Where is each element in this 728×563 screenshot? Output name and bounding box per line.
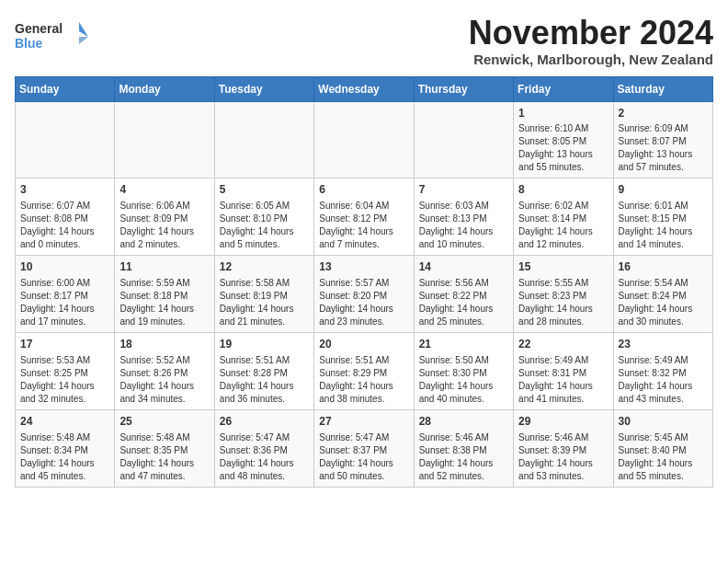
day-info-line: and 5 minutes. xyxy=(220,238,309,251)
day-number: 10 xyxy=(20,259,109,275)
day-info-line: Daylight: 13 hours xyxy=(518,148,608,161)
day-number: 17 xyxy=(20,337,109,352)
day-info-line: Sunset: 8:10 PM xyxy=(220,213,309,225)
day-info-line: Sunset: 8:20 PM xyxy=(319,290,408,303)
day-info-line: Daylight: 14 hours xyxy=(518,457,608,470)
day-info-line: Sunset: 8:18 PM xyxy=(119,290,209,303)
calendar-cell: 23Sunrise: 5:49 AMSunset: 8:32 PMDayligh… xyxy=(613,332,712,409)
day-info-line: Sunrise: 6:03 AM xyxy=(419,200,508,213)
day-info-line: Sunrise: 5:47 AM xyxy=(319,431,408,444)
week-row-4: 17Sunrise: 5:53 AMSunset: 8:25 PMDayligh… xyxy=(16,332,713,409)
day-info-line: Sunset: 8:31 PM xyxy=(518,367,608,380)
day-info-line: and 48 minutes. xyxy=(220,470,309,483)
day-info-line: Daylight: 14 hours xyxy=(619,457,708,470)
day-info-line: Sunrise: 5:51 AM xyxy=(319,354,408,367)
day-info-line: Sunset: 8:25 PM xyxy=(20,367,109,380)
calendar-cell: 26Sunrise: 5:47 AMSunset: 8:36 PMDayligh… xyxy=(214,409,313,487)
day-info-line: and 36 minutes. xyxy=(220,393,309,406)
calendar-cell: 6Sunrise: 6:04 AMSunset: 8:12 PMDaylight… xyxy=(314,178,414,256)
calendar-cell xyxy=(214,101,313,178)
week-row-5: 24Sunrise: 5:48 AMSunset: 8:34 PMDayligh… xyxy=(16,409,713,487)
calendar-cell: 15Sunrise: 5:55 AMSunset: 8:23 PMDayligh… xyxy=(514,256,613,333)
title-block: November 2024 Renwick, Marlborough, New … xyxy=(469,15,713,67)
calendar-cell: 17Sunrise: 5:53 AMSunset: 8:25 PMDayligh… xyxy=(16,332,115,409)
weekday-header-row: SundayMondayTuesdayWednesdayThursdayFrid… xyxy=(16,76,713,101)
week-row-3: 10Sunrise: 6:00 AMSunset: 8:17 PMDayligh… xyxy=(16,256,713,333)
day-number: 22 xyxy=(518,337,608,352)
day-number: 13 xyxy=(319,259,408,275)
day-info-line: Daylight: 14 hours xyxy=(20,380,109,393)
calendar-cell: 13Sunrise: 5:57 AMSunset: 8:20 PMDayligh… xyxy=(314,256,414,333)
day-number: 3 xyxy=(20,182,109,198)
calendar-cell: 24Sunrise: 5:48 AMSunset: 8:34 PMDayligh… xyxy=(16,409,115,487)
day-info-line: Sunrise: 5:53 AM xyxy=(20,354,109,367)
day-info-line: and 47 minutes. xyxy=(119,470,209,483)
day-info-line: Sunrise: 5:56 AM xyxy=(419,277,508,290)
weekday-header-thursday: Thursday xyxy=(414,76,513,101)
day-info-line: Sunset: 8:40 PM xyxy=(619,444,708,457)
day-number: 1 xyxy=(518,106,608,121)
day-info-line: Daylight: 14 hours xyxy=(319,380,408,393)
day-info-line: Sunset: 8:08 PM xyxy=(20,213,109,225)
calendar-cell: 16Sunrise: 5:54 AMSunset: 8:24 PMDayligh… xyxy=(613,256,712,333)
day-info-line: and 52 minutes. xyxy=(419,470,508,483)
day-info-line: Sunset: 8:22 PM xyxy=(419,290,508,303)
day-info-line: Sunrise: 5:58 AM xyxy=(220,277,309,290)
day-info-line: and 25 minutes. xyxy=(419,316,508,328)
day-info-line: and 12 minutes. xyxy=(518,238,608,251)
day-info-line: Daylight: 14 hours xyxy=(619,303,708,316)
day-info-line: Daylight: 14 hours xyxy=(220,380,309,393)
day-info-line: and 32 minutes. xyxy=(20,393,109,406)
calendar-cell: 4Sunrise: 6:06 AMSunset: 8:09 PMDaylight… xyxy=(115,178,214,256)
day-info-line: Sunrise: 5:55 AM xyxy=(518,277,608,290)
day-info-line: and 7 minutes. xyxy=(319,238,408,251)
calendar-cell xyxy=(414,101,513,178)
calendar-cell: 7Sunrise: 6:03 AMSunset: 8:13 PMDaylight… xyxy=(414,178,513,256)
day-info-line: Daylight: 14 hours xyxy=(20,303,109,316)
day-info-line: Sunrise: 5:52 AM xyxy=(119,354,209,367)
day-info-line: Sunset: 8:13 PM xyxy=(419,213,508,225)
day-info-line: and 41 minutes. xyxy=(518,393,608,406)
day-info-line: Sunrise: 6:09 AM xyxy=(619,122,708,135)
calendar-cell: 12Sunrise: 5:58 AMSunset: 8:19 PMDayligh… xyxy=(214,256,313,333)
day-info-line: Daylight: 14 hours xyxy=(119,225,209,238)
weekday-header-saturday: Saturday xyxy=(613,76,712,101)
day-info-line: Daylight: 14 hours xyxy=(220,303,309,316)
day-info-line: Sunrise: 5:51 AM xyxy=(220,354,309,367)
day-number: 6 xyxy=(319,182,408,198)
calendar-cell: 21Sunrise: 5:50 AMSunset: 8:30 PMDayligh… xyxy=(414,332,513,409)
day-info-line: Sunrise: 5:48 AM xyxy=(119,431,209,444)
day-info-line: Sunset: 8:37 PM xyxy=(319,444,408,457)
calendar-cell: 30Sunrise: 5:45 AMSunset: 8:40 PMDayligh… xyxy=(613,409,712,487)
day-info-line: and 0 minutes. xyxy=(20,238,109,251)
week-row-1: 1Sunrise: 6:10 AMSunset: 8:05 PMDaylight… xyxy=(16,101,713,178)
day-info-line: and 28 minutes. xyxy=(518,316,608,328)
day-info-line: Sunset: 8:05 PM xyxy=(518,135,608,148)
day-info-line: Sunrise: 5:54 AM xyxy=(619,277,708,290)
weekday-header-friday: Friday xyxy=(514,76,613,101)
calendar-table: SundayMondayTuesdayWednesdayThursdayFrid… xyxy=(15,76,713,488)
day-number: 5 xyxy=(220,182,309,198)
day-info-line: Sunrise: 6:07 AM xyxy=(20,200,109,213)
day-info-line: Daylight: 14 hours xyxy=(119,303,209,316)
day-number: 4 xyxy=(119,182,209,198)
calendar-cell: 2Sunrise: 6:09 AMSunset: 8:07 PMDaylight… xyxy=(613,101,712,178)
day-info-line: and 53 minutes. xyxy=(518,470,608,483)
day-number: 2 xyxy=(619,106,708,121)
day-info-line: and 45 minutes. xyxy=(20,470,109,483)
day-info-line: Daylight: 14 hours xyxy=(419,380,508,393)
day-info-line: and 23 minutes. xyxy=(319,316,408,328)
day-info-line: Sunset: 8:29 PM xyxy=(319,367,408,380)
day-info-line: Sunset: 8:15 PM xyxy=(619,213,708,225)
weekday-header-sunday: Sunday xyxy=(16,76,115,101)
day-info-line: and 14 minutes. xyxy=(619,238,708,251)
svg-marker-3 xyxy=(79,37,88,44)
day-info-line: Daylight: 14 hours xyxy=(119,457,209,470)
day-number: 30 xyxy=(619,414,708,430)
calendar-cell: 18Sunrise: 5:52 AMSunset: 8:26 PMDayligh… xyxy=(115,332,214,409)
week-row-2: 3Sunrise: 6:07 AMSunset: 8:08 PMDaylight… xyxy=(16,178,713,256)
day-info-line: Daylight: 14 hours xyxy=(518,303,608,316)
day-info-line: Sunset: 8:07 PM xyxy=(619,135,708,148)
day-info-line: Sunset: 8:32 PM xyxy=(619,367,708,380)
day-info-line: Sunset: 8:14 PM xyxy=(518,213,608,225)
